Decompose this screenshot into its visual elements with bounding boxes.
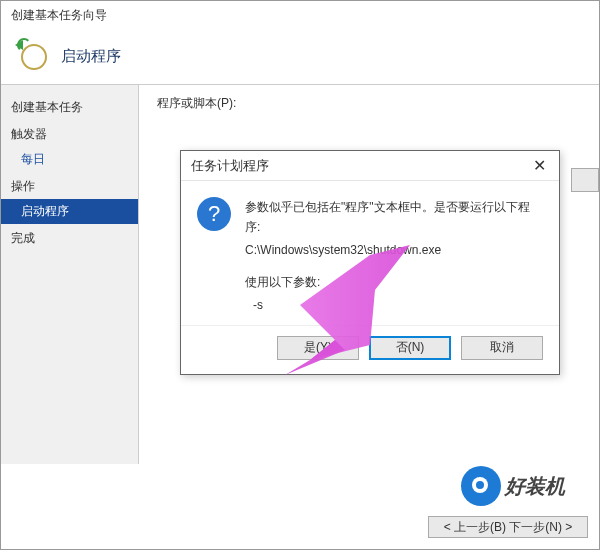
no-button[interactable]: 否(N) — [369, 336, 451, 360]
prev-next-button[interactable]: < 上一步(B) 下一步(N) > — [428, 516, 588, 538]
dialog-titlebar: 任务计划程序 ✕ — [181, 151, 559, 181]
dialog-body: ? 参数似乎已包括在"程序"文本框中。是否要运行以下程序: C:\Windows… — [181, 181, 559, 325]
sidebar-group-action: 操作 — [1, 172, 138, 199]
question-icon: ? — [197, 197, 231, 231]
watermark-logo-icon — [461, 466, 501, 506]
watermark-text: 好装机 — [505, 473, 565, 500]
dialog-line1: 参数似乎已包括在"程序"文本框中。是否要运行以下程序: — [245, 197, 543, 238]
close-icon[interactable]: ✕ — [525, 155, 553, 177]
wizard-header: 启动程序 — [1, 28, 599, 84]
sidebar-item-start-program[interactable]: 启动程序 — [1, 199, 138, 224]
sidebar-group-finish: 完成 — [1, 224, 138, 251]
sidebar-group-trigger: 触发器 — [1, 120, 138, 147]
sidebar-group-create: 创建基本任务 — [1, 93, 138, 120]
window-title: 创建基本任务向导 — [1, 1, 599, 28]
cancel-button[interactable]: 取消 — [461, 336, 543, 360]
dialog-line2: C:\Windows\system32\shutdown.exe — [245, 240, 543, 260]
dialog-line3: 使用以下参数: — [245, 272, 543, 292]
dialog-buttons: 是(Y) 否(N) 取消 — [181, 325, 559, 374]
browse-button[interactable] — [571, 168, 599, 192]
yes-button[interactable]: 是(Y) — [277, 336, 359, 360]
dialog-line4: -s — [245, 295, 543, 315]
dialog-message: 参数似乎已包括在"程序"文本框中。是否要运行以下程序: C:\Windows\s… — [245, 197, 543, 317]
confirm-dialog: 任务计划程序 ✕ ? 参数似乎已包括在"程序"文本框中。是否要运行以下程序: C… — [180, 150, 560, 375]
watermark: 好装机 — [461, 466, 565, 506]
program-label: 程序或脚本(P): — [157, 95, 581, 112]
wizard-footer: < 上一步(B) 下一步(N) > — [428, 516, 588, 538]
wizard-sidebar: 创建基本任务 触发器 每日 操作 启动程序 完成 — [1, 85, 139, 464]
page-title: 启动程序 — [61, 47, 121, 66]
sidebar-item-daily[interactable]: 每日 — [1, 147, 138, 172]
task-wizard-icon — [15, 38, 51, 74]
dialog-title: 任务计划程序 — [191, 157, 269, 175]
